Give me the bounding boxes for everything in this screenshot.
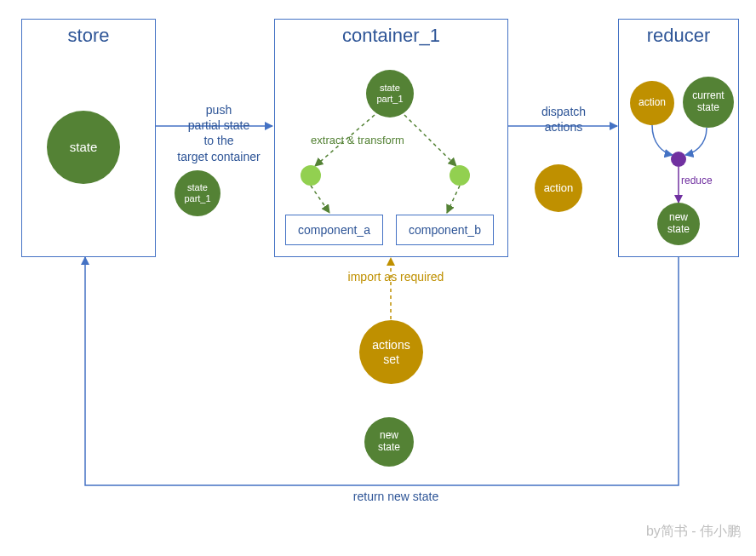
extracted-left-dot (301, 165, 321, 186)
extracted-right-dot (450, 165, 470, 186)
state-part1-small-label: state part_1 (184, 182, 210, 203)
reduce-node (671, 152, 686, 167)
reducer-new-state-circle: new state (657, 203, 700, 245)
state-part1-small-circle: state part_1 (175, 170, 220, 216)
action-circle: action (535, 164, 582, 212)
push-state-label: push partial state to the target contain… (168, 102, 270, 164)
extract-transform-label: extract & transform (298, 134, 417, 148)
actions-set-label: actions set (372, 338, 410, 365)
return-new-state-label: new state (378, 430, 400, 454)
component-a-label: component_a (298, 223, 370, 237)
reducer-action-label: action (639, 97, 666, 109)
container-state-part-label: state part_1 (376, 83, 403, 104)
container-state-part-circle: state part_1 (366, 70, 414, 118)
component-a-box: component_a (285, 215, 383, 245)
action-circle-label: action (544, 182, 574, 195)
component-b-box: component_b (396, 215, 494, 245)
current-state-label: current state (692, 90, 724, 114)
component-b-label: component_b (409, 223, 481, 237)
credit-text: by简书 - 伟小鹏 (646, 523, 741, 541)
dispatch-actions-label: dispatch actions (530, 104, 598, 135)
store-title: store (22, 25, 155, 47)
reduce-label: reduce (681, 175, 732, 188)
actions-set-circle: actions set (359, 320, 423, 384)
container-title: container_1 (275, 25, 507, 47)
reducer-title: reducer (619, 25, 738, 47)
return-new-state-circle: new state (364, 417, 414, 467)
reducer-new-state-label: new state (667, 212, 690, 236)
import-as-required-label: import as required (332, 269, 460, 284)
state-circle-label: state (70, 140, 98, 154)
return-new-state-text: return new state (336, 489, 455, 504)
current-state-circle: current state (683, 77, 734, 128)
state-circle: state (47, 111, 120, 184)
reducer-action-circle: action (630, 81, 674, 125)
